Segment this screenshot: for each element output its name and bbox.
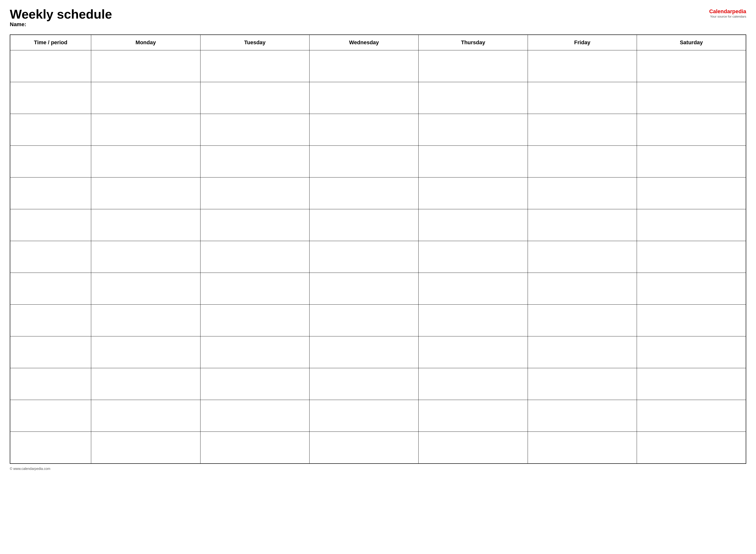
day-cell (200, 50, 309, 82)
table-row (10, 273, 746, 304)
day-cell (528, 336, 637, 368)
day-cell (200, 368, 309, 400)
day-cell (419, 50, 528, 82)
day-cell (309, 50, 418, 82)
day-cell (200, 82, 309, 114)
col-header-time: Time / period (10, 35, 91, 50)
day-cell (91, 241, 200, 273)
table-row (10, 400, 746, 432)
table-row (10, 82, 746, 114)
time-cell (10, 82, 91, 114)
table-header-row: Time / period Monday Tuesday Wednesday T… (10, 35, 746, 50)
day-cell (91, 146, 200, 177)
day-cell (637, 400, 746, 432)
table-row (10, 50, 746, 82)
day-cell (91, 432, 200, 463)
day-cell (309, 273, 418, 304)
day-cell (419, 209, 528, 241)
day-cell (419, 82, 528, 114)
table-row (10, 146, 746, 177)
day-cell (91, 273, 200, 304)
col-header-wednesday: Wednesday (309, 35, 418, 50)
day-cell (419, 146, 528, 177)
time-cell (10, 209, 91, 241)
day-cell (419, 304, 528, 336)
day-cell (91, 368, 200, 400)
day-cell (637, 241, 746, 273)
table-row (10, 209, 746, 241)
day-cell (419, 336, 528, 368)
day-cell (419, 114, 528, 146)
day-cell (309, 304, 418, 336)
day-cell (309, 241, 418, 273)
day-cell (309, 336, 418, 368)
day-cell (200, 241, 309, 273)
day-cell (637, 336, 746, 368)
footer-text: © www.calendarpedia.com (10, 467, 50, 470)
day-cell (91, 50, 200, 82)
day-cell (309, 114, 418, 146)
day-cell (419, 400, 528, 432)
col-header-tuesday: Tuesday (200, 35, 309, 50)
table-row (10, 368, 746, 400)
day-cell (528, 368, 637, 400)
day-cell (309, 82, 418, 114)
day-cell (309, 400, 418, 432)
day-cell (419, 432, 528, 463)
table-row (10, 114, 746, 146)
col-header-thursday: Thursday (419, 35, 528, 50)
logo-text-accent: pedia (732, 8, 746, 14)
day-cell (637, 146, 746, 177)
day-cell (91, 400, 200, 432)
day-cell (91, 304, 200, 336)
footer: © www.calendarpedia.com (10, 467, 746, 470)
day-cell (200, 273, 309, 304)
day-cell (309, 146, 418, 177)
day-cell (419, 368, 528, 400)
col-header-monday: Monday (91, 35, 200, 50)
time-cell (10, 336, 91, 368)
logo-text-before: Calendar (709, 8, 732, 14)
time-cell (10, 432, 91, 463)
day-cell (200, 177, 309, 209)
day-cell (528, 432, 637, 463)
time-cell (10, 273, 91, 304)
day-cell (637, 50, 746, 82)
day-cell (91, 82, 200, 114)
day-cell (309, 177, 418, 209)
day-cell (637, 209, 746, 241)
time-cell (10, 304, 91, 336)
day-cell (200, 304, 309, 336)
day-cell (200, 336, 309, 368)
day-cell (528, 177, 637, 209)
day-cell (309, 209, 418, 241)
schedule-table: Time / period Monday Tuesday Wednesday T… (10, 35, 746, 464)
day-cell (528, 304, 637, 336)
day-cell (528, 114, 637, 146)
day-cell (419, 273, 528, 304)
logo-subtitle: Your source for calendars (709, 15, 746, 18)
day-cell (528, 400, 637, 432)
page-header: Weekly schedule Name: Calendarpedia Your… (10, 7, 746, 32)
col-header-friday: Friday (528, 35, 637, 50)
time-cell (10, 368, 91, 400)
day-cell (200, 209, 309, 241)
day-cell (528, 209, 637, 241)
day-cell (637, 432, 746, 463)
table-row (10, 241, 746, 273)
day-cell (91, 336, 200, 368)
day-cell (637, 177, 746, 209)
day-cell (200, 400, 309, 432)
page-title: Weekly schedule (10, 7, 112, 21)
day-cell (528, 146, 637, 177)
day-cell (91, 177, 200, 209)
table-row (10, 432, 746, 463)
day-cell (637, 114, 746, 146)
table-row (10, 304, 746, 336)
col-header-saturday: Saturday (637, 35, 746, 50)
day-cell (419, 241, 528, 273)
day-cell (637, 82, 746, 114)
day-cell (200, 146, 309, 177)
logo-text: Calendarpedia (709, 8, 746, 15)
day-cell (309, 368, 418, 400)
